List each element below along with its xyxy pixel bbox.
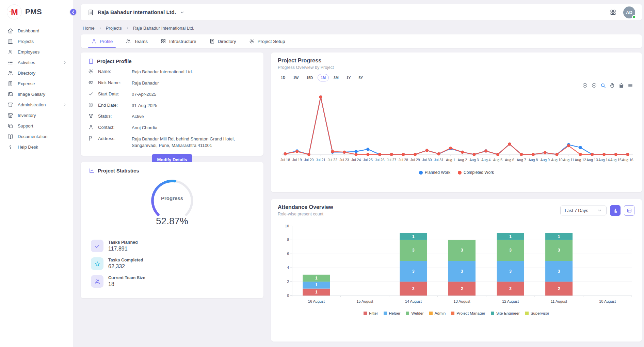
stat-value: 117,891 — [108, 246, 138, 252]
sidebar-item-projects[interactable]: Projects — [0, 36, 73, 47]
check-icon — [88, 91, 94, 96]
sidebar-item-label: Inventory — [18, 113, 36, 118]
image-icon — [7, 91, 13, 97]
grid-icon[interactable] — [610, 9, 616, 16]
menu-button[interactable] — [628, 83, 633, 88]
bar-view-button[interactable] — [610, 205, 621, 216]
stat-current-team-size: Current Team Size18 — [89, 275, 255, 288]
sidebar-item-support[interactable]: Support — [0, 121, 73, 131]
field-label: Start Date: — [98, 91, 127, 96]
online-status-dot — [632, 15, 636, 19]
person-icon — [7, 49, 13, 55]
legend-helper[interactable]: Helper — [384, 311, 401, 315]
sidebar-item-dashboard[interactable]: Dashboard — [0, 26, 73, 36]
legend-planned-work[interactable]: Planned Work — [419, 170, 450, 175]
breadcrumb-home[interactable]: Home — [83, 26, 95, 31]
tab-infrastructure[interactable]: Infrastructure — [154, 34, 203, 48]
range-3m[interactable]: 3M — [331, 74, 342, 81]
reset-home-button[interactable] — [618, 82, 624, 88]
sidebar-item-activities[interactable]: Activities — [0, 57, 73, 68]
range-5y[interactable]: 5Y — [355, 74, 366, 81]
tab-project-setup[interactable]: Project Setup — [243, 34, 292, 48]
svg-text:Jul 25: Jul 25 — [363, 158, 373, 162]
legend-supervisor[interactable]: Supervisor — [525, 311, 549, 315]
legend-fitter[interactable]: Fitter — [364, 311, 378, 315]
person-icon — [88, 124, 94, 130]
bar-chart-legend: FitterHelperWelderAdminProject ManagerSi… — [278, 311, 635, 315]
range-1w[interactable]: 1W — [290, 74, 302, 81]
progress-gauge: Progress — [145, 178, 199, 218]
range-1d[interactable]: 1D — [278, 74, 288, 81]
sidebar-item-inventory[interactable]: Inventory — [0, 110, 73, 121]
svg-text:1: 1 — [412, 234, 415, 239]
selection-zoom-button[interactable] — [600, 83, 606, 88]
zoom-out-button[interactable] — [591, 82, 597, 88]
homefill-icon — [618, 82, 624, 88]
sidebar-collapse-button[interactable]: ❮ — [70, 9, 76, 15]
sidebar-item-directory[interactable]: Directory — [0, 68, 73, 78]
target-icon — [88, 102, 94, 108]
building-icon — [7, 39, 13, 44]
svg-text:1: 1 — [315, 290, 318, 295]
zoom-in-button[interactable] — [582, 82, 588, 88]
star-icon — [94, 261, 100, 267]
sidebar-item-employees[interactable]: Employees — [0, 47, 73, 57]
range-15d[interactable]: 15D — [303, 74, 316, 81]
legend-label: Welder — [411, 311, 423, 315]
breadcrumb-projects[interactable]: Projects — [106, 26, 122, 31]
tab-label: Infrastructure — [169, 39, 196, 44]
svg-text:1: 1 — [315, 276, 318, 281]
book-icon — [7, 134, 13, 139]
sidebar-item-image-gallary[interactable]: Image Gallary — [0, 89, 73, 100]
legend-project-manager[interactable]: Project Manager — [451, 311, 485, 315]
legend-label: Planned Work — [425, 170, 450, 175]
receipt-icon — [7, 81, 13, 87]
range-1m[interactable]: 1M — [318, 74, 329, 81]
profile-field-name: Name:Raja Bahadur International Ltd. — [88, 69, 256, 75]
company-name: Raja Bahadur International Ltd. — [98, 9, 176, 15]
profile-card-title: Project Profile — [97, 58, 132, 64]
tab-profile[interactable]: Profile — [85, 34, 119, 48]
linechart-icon — [89, 168, 95, 174]
legend-completed-work[interactable]: Completed Work — [458, 170, 494, 175]
svg-text:6: 6 — [287, 252, 289, 256]
logo-badge: M — [7, 4, 22, 19]
profile-field-start-date: Start Date:07-Apr-2025 — [88, 91, 256, 98]
svg-text:2: 2 — [412, 286, 415, 291]
sidebar-item-help-desk[interactable]: Help Desk — [0, 142, 73, 152]
company-selector[interactable]: Raja Bahadur International Ltd. — [87, 9, 185, 16]
field-value: Raja Bahadur International Ltd. — [132, 69, 193, 75]
archive-icon — [7, 102, 13, 108]
tab-teams[interactable]: Teams — [119, 34, 154, 48]
stacked-bar-chart: 024681011116 August15 August233114 Augus… — [278, 222, 635, 309]
chevR-icon — [63, 60, 67, 65]
project-progress-card: Project Progress Progress Overview by Pr… — [271, 52, 642, 192]
svg-text:2: 2 — [558, 286, 560, 291]
legend-admin[interactable]: Admin — [429, 311, 446, 315]
field-label: Status: — [98, 114, 127, 119]
legend-welder[interactable]: Welder — [406, 311, 423, 315]
sidebar-item-administration[interactable]: Administration — [0, 100, 73, 110]
sidebar-item-documentation[interactable]: Documentation — [0, 131, 73, 142]
sidebar-item-label: Projects — [18, 39, 34, 44]
svg-text:Aug 1: Aug 1 — [446, 158, 455, 162]
range-1y[interactable]: 1Y — [343, 74, 354, 81]
date-range-select[interactable]: Last 7 Days — [560, 206, 607, 215]
people-icon — [94, 278, 100, 285]
tab-directory[interactable]: Directory — [203, 34, 243, 48]
svg-text:3: 3 — [558, 269, 560, 274]
table-view-button[interactable] — [624, 205, 634, 216]
legend-site-engineer[interactable]: Site Engineer — [491, 311, 520, 315]
date-range-value: Last 7 Days — [565, 208, 588, 213]
apps-grid-button[interactable] — [610, 9, 616, 16]
legend-label: Admin — [435, 311, 446, 315]
avatar[interactable]: AD — [623, 6, 635, 18]
svg-text:Jul 23: Jul 23 — [339, 158, 349, 162]
svg-text:Jul 20: Jul 20 — [304, 158, 313, 162]
field-value: Active — [132, 114, 144, 120]
sidebar-item-expense[interactable]: Expense — [0, 78, 73, 89]
chevR-icon — [126, 26, 129, 30]
svg-text:Aug 13: Aug 13 — [586, 158, 598, 162]
pan-button[interactable] — [609, 82, 615, 88]
svg-text:Aug 7: Aug 7 — [517, 158, 526, 162]
